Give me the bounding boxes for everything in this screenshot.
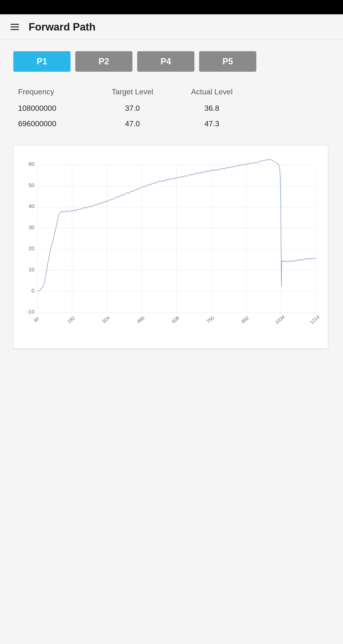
data-table: Frequency Target Level Actual Level 1080…	[13, 85, 252, 132]
svg-text:60: 60	[28, 161, 34, 167]
svg-text:40: 40	[28, 203, 34, 209]
tab-p4[interactable]: P4	[137, 51, 194, 72]
page-title: Forward Path	[28, 21, 96, 33]
content: P1 P2 P4 P5 Frequency Target Level Actua…	[0, 40, 343, 360]
tab-p5[interactable]: P5	[199, 51, 256, 72]
svg-text:20: 20	[28, 246, 34, 251]
svg-text:608: 608	[171, 315, 180, 324]
svg-text:10: 10	[28, 266, 34, 272]
cell-freq-1: 696000000	[13, 119, 93, 128]
chart-svg: 60 50 40 30 20 10 0 -10 40 182 324 466 6…	[18, 155, 320, 336]
svg-text:750: 750	[206, 315, 215, 324]
hamburger-icon[interactable]	[10, 23, 20, 31]
svg-text:0: 0	[32, 288, 34, 294]
col-frequency: Frequency	[13, 88, 93, 96]
table-row: 696000000 47.0 47.3	[13, 116, 252, 132]
svg-text:466: 466	[136, 315, 146, 324]
svg-text:892: 892	[240, 315, 250, 324]
cell-freq-0: 108000000	[13, 104, 93, 113]
header: Forward Path	[0, 14, 343, 40]
cell-target-0: 37.0	[93, 104, 172, 113]
svg-text:182: 182	[66, 315, 76, 324]
cell-actual-1: 47.3	[172, 119, 252, 128]
table-row: 108000000 37.0 36.8	[13, 100, 252, 116]
svg-text:1214: 1214	[309, 314, 320, 325]
chart-container: 60 50 40 30 20 10 0 -10 40 182 324 466 6…	[13, 146, 328, 348]
svg-text:50: 50	[28, 182, 34, 188]
svg-text:324: 324	[101, 315, 110, 324]
tab-bar: P1 P2 P4 P5	[13, 51, 330, 72]
col-target: Target Level	[93, 88, 172, 96]
tab-p2[interactable]: P2	[75, 51, 132, 72]
cell-target-1: 47.0	[93, 119, 172, 128]
chart-area: 60 50 40 30 20 10 0 -10 40 182 324 466 6…	[18, 155, 320, 336]
svg-text:30: 30	[28, 224, 34, 230]
svg-text:1034: 1034	[274, 314, 286, 325]
table-header: Frequency Target Level Actual Level	[13, 85, 252, 99]
cell-actual-0: 36.8	[172, 104, 252, 113]
svg-text:40: 40	[32, 316, 40, 323]
tab-p1[interactable]: P1	[13, 51, 70, 72]
col-actual: Actual Level	[172, 88, 252, 96]
top-bar	[0, 0, 343, 14]
svg-text:-10: -10	[27, 309, 34, 315]
